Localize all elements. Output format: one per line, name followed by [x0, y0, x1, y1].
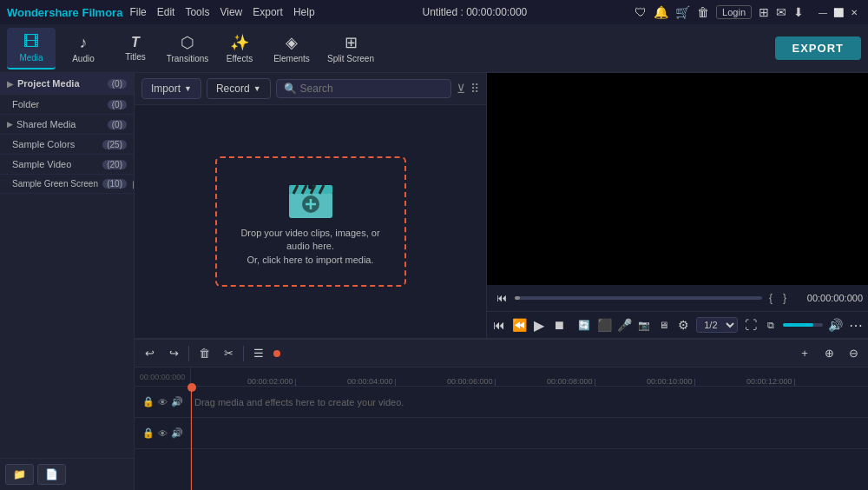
fullscreen-icon[interactable]: ⛶	[743, 315, 758, 334]
list-button[interactable]: ☰	[249, 344, 268, 363]
menu-tools[interactable]: Tools	[185, 6, 209, 18]
filter-icon[interactable]: ⊻	[457, 82, 465, 96]
cart-icon[interactable]: 🛒	[675, 5, 690, 19]
playhead-head	[187, 383, 196, 392]
elements-label: Elements	[273, 54, 310, 63]
toolbar-titles[interactable]: T Titles	[111, 28, 160, 70]
titlebar-action-icons[interactable]: 🛡 🔔 🛒 🗑 Login ⊞ ✉ ⬇	[635, 5, 804, 19]
toolbar-elements[interactable]: ◈ Elements	[267, 28, 316, 70]
timeline-scrubber[interactable]	[515, 296, 762, 300]
record-button[interactable]: Record ▼	[207, 78, 271, 99]
trash-icon[interactable]: 🗑	[697, 5, 709, 19]
quality-select[interactable]: 1/2 Full 1/4	[696, 317, 738, 333]
clapperboard-icon	[285, 176, 337, 220]
loop-icon[interactable]: 🔄	[577, 315, 592, 334]
bracket-right[interactable]: }	[779, 292, 790, 304]
new-folder-button[interactable]: 📁	[5, 464, 34, 485]
record-chevron-icon: ▼	[253, 84, 261, 93]
effects-icon: ✨	[230, 33, 249, 52]
settings-icon[interactable]: ⚙	[676, 315, 691, 334]
volume-icon[interactable]: 🔊	[828, 315, 843, 334]
menu-file[interactable]: File	[129, 6, 146, 18]
download-icon[interactable]: ⬇	[793, 5, 804, 19]
volume-slider[interactable]	[783, 323, 823, 327]
grid-view-icon[interactable]: ⠿	[470, 82, 479, 96]
search-input[interactable]	[300, 83, 444, 95]
undo-button[interactable]: ↩	[140, 344, 159, 363]
track-content-area[interactable]: Drag media and effects here to create yo…	[191, 387, 868, 490]
transitions-icon: ⬡	[181, 33, 194, 52]
bell-icon[interactable]: 🔔	[654, 5, 668, 19]
splitscreen-icon: ⊞	[345, 33, 358, 52]
toolbar-splitscreen[interactable]: ⊞ Split Screen	[319, 28, 382, 70]
play-button[interactable]: ▶	[532, 315, 547, 334]
pip-icon[interactable]: ⧉	[763, 315, 778, 334]
zoom-out-button[interactable]: ⊖	[844, 344, 863, 363]
camera-icon[interactable]: 📷	[637, 315, 652, 334]
crop-icon[interactable]: ⬛	[597, 315, 612, 334]
export-button[interactable]: EXPORT	[775, 36, 861, 60]
mic-icon[interactable]: 🎤	[617, 315, 632, 334]
panel-badge: (0)	[108, 79, 127, 89]
shield-icon[interactable]: 🛡	[635, 5, 647, 19]
panel-item-green-screen[interactable]: Sample Green Screen (10) ▶	[0, 175, 134, 194]
zoom-in-button[interactable]: ⊕	[819, 344, 838, 363]
menu-edit[interactable]: Edit	[157, 6, 175, 18]
panel-footer[interactable]: 📁 📄	[0, 458, 134, 490]
titlebar: Wondershare Filmora File Edit Tools View…	[0, 0, 868, 24]
toolbar-audio[interactable]: ♪ Audio	[59, 28, 108, 70]
step-back-button[interactable]: ⏪	[512, 315, 527, 334]
minimize-button[interactable]: —	[816, 5, 830, 19]
search-icon: 🔍	[284, 83, 297, 95]
lock-icon[interactable]: 🔒	[142, 396, 155, 407]
stop-button[interactable]: ⏹	[552, 315, 567, 334]
panel-title: Project Media	[17, 78, 104, 89]
timeline-ruler[interactable]: 00:00:00:000 00:00:02:000 00:00:04:000 0…	[135, 368, 868, 387]
toolbar-transitions[interactable]: ⬡ Transitions	[163, 28, 212, 70]
maximize-button[interactable]: ⬜	[832, 5, 845, 19]
track-row-video[interactable]: Drag media and effects here to create yo…	[191, 387, 868, 418]
panel-item-sample-video[interactable]: Sample Video (20)	[0, 155, 134, 175]
delete-button[interactable]: 🗑	[194, 344, 214, 363]
audio-label: Audio	[72, 54, 95, 63]
preview-panel: ⏮ { } 00:00:00:000 ⏮ ⏪ ▶ ⏹ 🔄 ⬛ 🎤	[486, 73, 868, 338]
track-row-audio[interactable]	[191, 418, 868, 449]
add-track-button[interactable]: +	[795, 344, 814, 363]
prev-keyframe-icon[interactable]: ⏮	[492, 288, 511, 308]
go-start-button[interactable]: ⏮	[492, 315, 507, 334]
panel-item-shared[interactable]: ▶ Shared Media (0)	[0, 115, 134, 135]
track-header-controls: 🔒 👁 🔊	[135, 387, 190, 418]
cut-button[interactable]: ✂	[219, 344, 238, 363]
login-button[interactable]: Login	[716, 5, 752, 19]
mail-icon[interactable]: ✉	[776, 5, 786, 19]
redo-button[interactable]: ↪	[164, 344, 183, 363]
import-button[interactable]: Import ▼	[141, 78, 201, 99]
drop-area[interactable]: Drop your video clips, images, or audio …	[215, 156, 406, 287]
eye-icon[interactable]: 👁	[158, 397, 168, 407]
timeline-playhead[interactable]	[191, 387, 192, 490]
more-options-icon[interactable]: ⋯	[848, 315, 863, 334]
search-box[interactable]: 🔍	[276, 79, 451, 98]
content-main[interactable]: Drop your video clips, images, or audio …	[135, 105, 486, 338]
media-label: Media	[19, 53, 43, 63]
speaker-icon[interactable]: 🔊	[171, 396, 183, 407]
bracket-left[interactable]: {	[766, 292, 776, 304]
menu-export[interactable]: Export	[253, 6, 283, 18]
new-file-button[interactable]: 📄	[37, 464, 66, 485]
panel-item-folder[interactable]: Folder (0)	[0, 95, 134, 115]
audio-eye-icon[interactable]: 👁	[158, 428, 168, 439]
menu-help[interactable]: Help	[293, 6, 315, 18]
screenshot-icon[interactable]: 🖥	[656, 315, 671, 334]
titlebar-left: Wondershare Filmora File Edit Tools View…	[7, 6, 315, 19]
menu-bar[interactable]: File Edit Tools View Export Help	[129, 6, 314, 18]
panel-item-sample-colors[interactable]: Sample Colors (25)	[0, 135, 134, 155]
audio-speaker-icon[interactable]: 🔊	[171, 427, 183, 439]
scrubber-fill	[515, 296, 520, 300]
menu-view[interactable]: View	[220, 6, 242, 18]
toolbar-effects[interactable]: ✨ Effects	[215, 28, 264, 70]
toolbar-media[interactable]: 🎞 Media	[7, 28, 56, 70]
grid-icon[interactable]: ⊞	[759, 5, 769, 19]
panel-header: ▶ Project Media (0)	[0, 73, 134, 95]
close-button[interactable]: ✕	[847, 5, 861, 19]
audio-lock-icon[interactable]: 🔒	[142, 427, 155, 439]
